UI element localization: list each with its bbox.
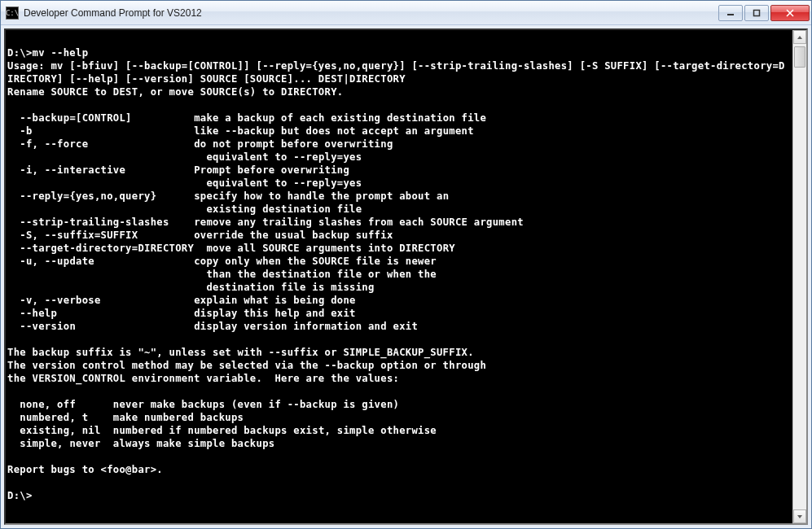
console-output[interactable]: D:\>mv --help Usage: mv [-bfiuv] [--back… (6, 30, 792, 523)
chevron-down-icon (797, 514, 803, 519)
command-prompt-window: C:\ Developer Command Prompt for VS2012 … (0, 0, 812, 529)
svg-rect-1 (754, 10, 760, 15)
close-icon (785, 9, 795, 17)
maximize-icon (753, 9, 761, 17)
titlebar[interactable]: C:\ Developer Command Prompt for VS2012 (1, 1, 811, 25)
scroll-track[interactable] (793, 44, 806, 509)
maximize-button[interactable] (744, 5, 769, 21)
scroll-up-button[interactable] (793, 30, 806, 44)
window-title: Developer Command Prompt for VS2012 (24, 7, 718, 19)
vertical-scrollbar[interactable] (792, 30, 806, 523)
window-controls (718, 5, 810, 21)
minimize-button[interactable] (718, 5, 743, 21)
chevron-up-icon (797, 35, 803, 40)
scroll-thumb[interactable] (794, 46, 805, 68)
console-frame: D:\>mv --help Usage: mv [-bfiuv] [--back… (4, 28, 808, 525)
svg-marker-5 (797, 515, 802, 518)
scroll-down-button[interactable] (793, 509, 806, 523)
close-button[interactable] (770, 5, 810, 21)
minimize-icon (726, 9, 735, 17)
app-icon: C:\ (6, 7, 19, 20)
client-area: D:\>mv --help Usage: mv [-bfiuv] [--back… (1, 25, 811, 528)
svg-marker-4 (797, 36, 802, 39)
